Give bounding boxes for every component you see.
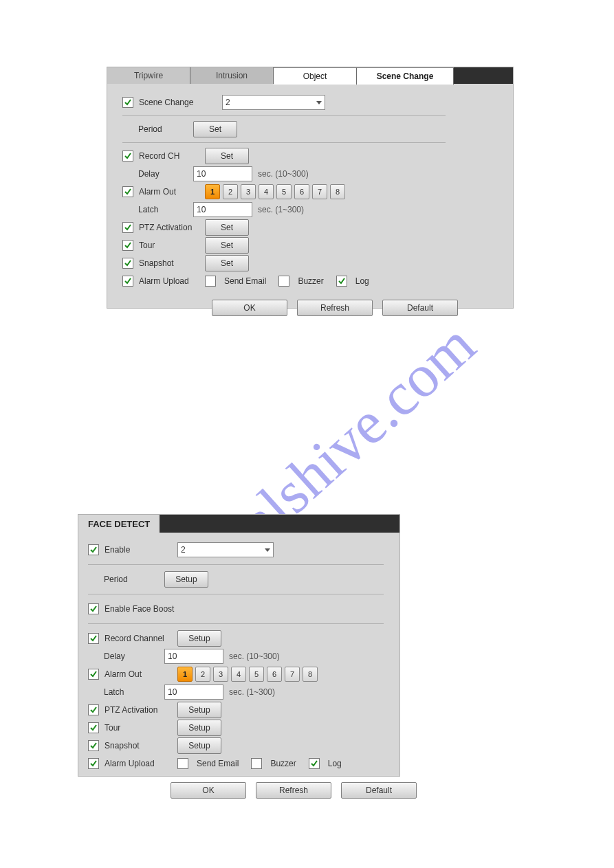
snapshot-checkbox[interactable] — [122, 258, 133, 269]
ptz-label: PTZ Activation — [139, 223, 205, 232]
period-setup-button[interactable]: Setup — [164, 571, 208, 588]
snapshot-checkbox-2[interactable] — [88, 740, 99, 751]
scene-change-label: Scene Change — [139, 98, 205, 107]
tab-scene-change[interactable]: Scene Change — [357, 67, 454, 85]
send-email-label-2: Send Email — [197, 759, 239, 768]
latch-input-2[interactable]: 10 — [164, 685, 223, 700]
period-label-2: Period — [104, 575, 164, 584]
latch-input[interactable]: 10 — [193, 202, 252, 217]
send-email-label: Send Email — [224, 276, 266, 286]
tour-setup-button[interactable]: Setup — [177, 720, 221, 736]
tour-checkbox[interactable] — [122, 240, 133, 251]
alarm-out-checkbox[interactable] — [122, 186, 133, 197]
log-label-2: Log — [328, 759, 342, 768]
record-ch-label: Record CH — [139, 151, 205, 161]
face-boost-checkbox[interactable] — [88, 603, 99, 614]
face-detect-title: FACE DETECT — [78, 515, 160, 533]
default-button[interactable]: Default — [382, 300, 458, 316]
snapshot-set-button[interactable]: Set — [205, 255, 249, 271]
log-checkbox-2[interactable] — [309, 758, 320, 769]
scene-change-panel: Tripwire Intrusion Object Scene Change S… — [107, 67, 514, 309]
latch-hint: sec. (1~300) — [258, 205, 304, 214]
record-channel-label: Record Channel — [105, 634, 177, 643]
chevron-down-icon — [316, 101, 322, 104]
alarm-out-checkbox-2[interactable] — [88, 669, 99, 680]
tab-intrusion[interactable]: Intrusion — [190, 67, 274, 84]
record-ch-checkbox[interactable] — [122, 151, 133, 162]
refresh-button[interactable]: Refresh — [297, 300, 373, 316]
alarm-out-ch-6[interactable]: 6 — [294, 184, 309, 199]
alarm-out2-ch-5[interactable]: 5 — [249, 667, 264, 682]
ptz-setup-button[interactable]: Setup — [177, 702, 221, 718]
record-channel-checkbox[interactable] — [88, 633, 99, 644]
divider — [88, 623, 384, 624]
enable-select[interactable]: 2 — [177, 542, 274, 557]
alarm-out-label-2: Alarm Out — [105, 669, 177, 679]
ptz-checkbox-2[interactable] — [88, 704, 99, 715]
alarm-out-ch-1[interactable]: 1 — [205, 184, 220, 199]
alarm-out-ch-4[interactable]: 4 — [259, 184, 274, 199]
ok-button[interactable]: OK — [212, 300, 287, 316]
latch-hint-2: sec. (1~300) — [229, 687, 275, 697]
enable-label: Enable — [105, 545, 177, 555]
delay-hint: sec. (10~300) — [258, 169, 309, 179]
log-checkbox[interactable] — [336, 276, 347, 287]
delay-input-2[interactable]: 10 — [164, 649, 223, 664]
period-label: Period — [138, 124, 193, 134]
alarm-out-ch-5[interactable]: 5 — [276, 184, 292, 199]
tab-strip: Tripwire Intrusion Object Scene Change — [107, 67, 513, 84]
face-detect-titlebar: FACE DETECT — [78, 515, 399, 533]
ptz-label-2: PTZ Activation — [105, 705, 177, 715]
alarm-out-ch-2[interactable]: 2 — [223, 184, 238, 199]
buzzer-checkbox[interactable] — [278, 276, 289, 287]
divider — [122, 142, 446, 143]
period-set-button[interactable]: Set — [193, 121, 237, 137]
alarm-upload-checkbox-2[interactable] — [88, 758, 99, 769]
send-email-checkbox[interactable] — [205, 276, 216, 287]
tour-label-2: Tour — [105, 723, 177, 733]
refresh-button-2[interactable]: Refresh — [256, 782, 331, 799]
enable-select-value: 2 — [181, 545, 186, 555]
face-detect-panel: FACE DETECT Enable 2 Period Setup Enable… — [78, 514, 400, 777]
record-ch-set-button[interactable]: Set — [205, 148, 249, 164]
ptz-checkbox[interactable] — [122, 222, 133, 233]
alarm-out2-ch-8[interactable]: 8 — [303, 667, 318, 682]
alarm-out-ch-8[interactable]: 8 — [330, 184, 345, 199]
delay-hint-2: sec. (10~300) — [229, 652, 280, 661]
ptz-set-button[interactable]: Set — [205, 219, 249, 236]
enable-checkbox[interactable] — [88, 544, 99, 555]
scene-change-checkbox[interactable] — [122, 97, 133, 108]
alarm-out-channels: 1 2 3 4 5 6 7 8 — [205, 184, 345, 199]
alarm-out-ch-7[interactable]: 7 — [312, 184, 327, 199]
tab-object[interactable]: Object — [274, 67, 357, 85]
buzzer-checkbox-2[interactable] — [251, 758, 262, 769]
divider — [88, 594, 384, 594]
snapshot-label: Snapshot — [139, 258, 205, 268]
snapshot-setup-button[interactable]: Setup — [177, 737, 221, 754]
tab-tripwire[interactable]: Tripwire — [107, 67, 190, 84]
alarm-out2-ch-7[interactable]: 7 — [285, 667, 300, 682]
scene-change-select[interactable]: 2 — [222, 95, 325, 110]
record-channel-setup-button[interactable]: Setup — [177, 630, 221, 647]
alarm-out-label: Alarm Out — [139, 187, 205, 197]
alarm-out2-ch-3[interactable]: 3 — [213, 667, 228, 682]
alarm-out-ch-3[interactable]: 3 — [241, 184, 256, 199]
delay-input[interactable]: 10 — [193, 166, 252, 181]
tour-label: Tour — [139, 241, 205, 250]
alarm-upload-checkbox[interactable] — [122, 276, 133, 287]
alarm-out-channels-2: 1 2 3 4 5 6 7 8 — [177, 667, 318, 682]
ok-button-2[interactable]: OK — [171, 782, 246, 799]
tour-set-button[interactable]: Set — [205, 237, 249, 254]
snapshot-label-2: Snapshot — [105, 741, 177, 750]
alarm-out2-ch-2[interactable]: 2 — [195, 667, 210, 682]
tour-checkbox-2[interactable] — [88, 722, 99, 733]
alarm-out2-ch-1[interactable]: 1 — [177, 667, 193, 682]
scene-change-select-value: 2 — [226, 98, 230, 107]
buzzer-label: Buzzer — [298, 276, 323, 286]
alarm-upload-label: Alarm Upload — [139, 276, 205, 286]
latch-label: Latch — [138, 205, 193, 214]
alarm-out2-ch-6[interactable]: 6 — [267, 667, 282, 682]
alarm-out2-ch-4[interactable]: 4 — [231, 667, 246, 682]
send-email-checkbox-2[interactable] — [177, 758, 188, 769]
default-button-2[interactable]: Default — [341, 782, 417, 799]
